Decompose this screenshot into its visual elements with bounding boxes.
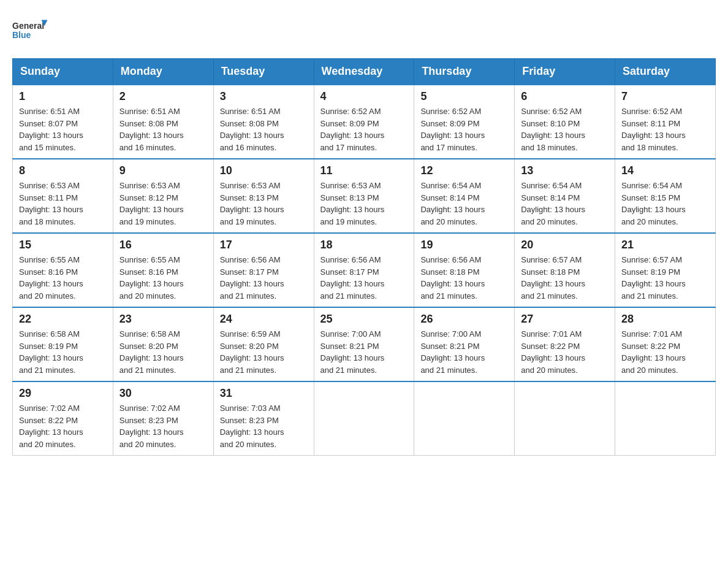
day-info: Sunrise: 6:51 AM Sunset: 8:07 PM Dayligh… [19, 105, 107, 153]
day-info: Sunrise: 6:52 AM Sunset: 8:09 PM Dayligh… [320, 105, 408, 153]
day-info: Sunrise: 7:02 AM Sunset: 8:22 PM Dayligh… [19, 402, 107, 450]
weekday-header-wednesday: Wednesday [314, 59, 414, 85]
day-info: Sunrise: 7:01 AM Sunset: 8:22 PM Dayligh… [621, 328, 709, 376]
calendar-cell: 19 Sunrise: 6:56 AM Sunset: 8:18 PM Dayl… [414, 233, 515, 307]
calendar-cell: 1 Sunrise: 6:51 AM Sunset: 8:07 PM Dayli… [13, 85, 113, 159]
day-number: 6 [521, 90, 609, 103]
day-number: 4 [320, 90, 408, 103]
day-info: Sunrise: 6:55 AM Sunset: 8:16 PM Dayligh… [119, 254, 207, 302]
calendar-cell: 13 Sunrise: 6:54 AM Sunset: 8:14 PM Dayl… [515, 159, 615, 233]
day-info: Sunrise: 6:52 AM Sunset: 8:10 PM Dayligh… [521, 105, 609, 153]
calendar-cell: 14 Sunrise: 6:54 AM Sunset: 8:15 PM Dayl… [615, 159, 716, 233]
day-info: Sunrise: 6:56 AM Sunset: 8:17 PM Dayligh… [220, 254, 308, 302]
day-number: 30 [119, 387, 207, 400]
weekday-header-friday: Friday [515, 59, 615, 85]
weekday-header-sunday: Sunday [13, 59, 113, 85]
calendar-cell: 2 Sunrise: 6:51 AM Sunset: 8:08 PM Dayli… [113, 85, 213, 159]
page-header: General Blue [12, 12, 716, 46]
calendar-week-3: 15 Sunrise: 6:55 AM Sunset: 8:16 PM Dayl… [13, 233, 716, 307]
day-number: 1 [19, 90, 107, 103]
calendar-cell: 8 Sunrise: 6:53 AM Sunset: 8:11 PM Dayli… [13, 159, 113, 233]
calendar-cell: 29 Sunrise: 7:02 AM Sunset: 8:22 PM Dayl… [13, 381, 113, 456]
day-info: Sunrise: 6:54 AM Sunset: 8:14 PM Dayligh… [521, 180, 609, 228]
day-number: 20 [521, 239, 609, 251]
calendar-cell: 3 Sunrise: 6:51 AM Sunset: 8:08 PM Dayli… [213, 85, 314, 159]
day-info: Sunrise: 6:57 AM Sunset: 8:18 PM Dayligh… [521, 254, 609, 302]
day-number: 26 [420, 313, 508, 326]
day-info: Sunrise: 7:00 AM Sunset: 8:21 PM Dayligh… [320, 328, 408, 376]
calendar-week-1: 1 Sunrise: 6:51 AM Sunset: 8:07 PM Dayli… [13, 85, 716, 159]
calendar-cell: 9 Sunrise: 6:53 AM Sunset: 8:12 PM Dayli… [113, 159, 213, 233]
day-number: 16 [119, 239, 207, 251]
logo-svg: General Blue [12, 12, 49, 46]
calendar-cell: 23 Sunrise: 6:58 AM Sunset: 8:20 PM Dayl… [113, 307, 213, 381]
calendar-cell: 12 Sunrise: 6:54 AM Sunset: 8:14 PM Dayl… [414, 159, 515, 233]
calendar-cell [314, 381, 414, 456]
day-info: Sunrise: 6:52 AM Sunset: 8:09 PM Dayligh… [420, 105, 508, 153]
day-info: Sunrise: 6:51 AM Sunset: 8:08 PM Dayligh… [220, 105, 308, 153]
day-number: 24 [220, 313, 308, 326]
day-number: 21 [621, 239, 709, 251]
day-info: Sunrise: 6:55 AM Sunset: 8:16 PM Dayligh… [19, 254, 107, 302]
calendar-cell: 26 Sunrise: 7:00 AM Sunset: 8:21 PM Dayl… [414, 307, 515, 381]
calendar-cell: 5 Sunrise: 6:52 AM Sunset: 8:09 PM Dayli… [414, 85, 515, 159]
day-number: 10 [220, 164, 308, 177]
day-info: Sunrise: 6:53 AM Sunset: 8:12 PM Dayligh… [119, 180, 207, 228]
day-info: Sunrise: 6:58 AM Sunset: 8:20 PM Dayligh… [119, 328, 207, 376]
calendar-cell [515, 381, 615, 456]
calendar-body: 1 Sunrise: 6:51 AM Sunset: 8:07 PM Dayli… [13, 85, 716, 456]
day-number: 25 [320, 313, 408, 326]
day-number: 13 [521, 164, 609, 177]
calendar-cell: 15 Sunrise: 6:55 AM Sunset: 8:16 PM Dayl… [13, 233, 113, 307]
weekday-header-thursday: Thursday [414, 59, 515, 85]
day-info: Sunrise: 7:02 AM Sunset: 8:23 PM Dayligh… [119, 402, 207, 450]
day-number: 5 [420, 90, 508, 103]
day-info: Sunrise: 7:01 AM Sunset: 8:22 PM Dayligh… [521, 328, 609, 376]
day-info: Sunrise: 6:57 AM Sunset: 8:19 PM Dayligh… [621, 254, 709, 302]
calendar-week-2: 8 Sunrise: 6:53 AM Sunset: 8:11 PM Dayli… [13, 159, 716, 233]
day-number: 23 [119, 313, 207, 326]
calendar-cell: 4 Sunrise: 6:52 AM Sunset: 8:09 PM Dayli… [314, 85, 414, 159]
calendar-cell: 31 Sunrise: 7:03 AM Sunset: 8:23 PM Dayl… [213, 381, 314, 456]
day-info: Sunrise: 6:56 AM Sunset: 8:17 PM Dayligh… [320, 254, 408, 302]
calendar-cell: 22 Sunrise: 6:58 AM Sunset: 8:19 PM Dayl… [13, 307, 113, 381]
calendar-cell: 30 Sunrise: 7:02 AM Sunset: 8:23 PM Dayl… [113, 381, 213, 456]
day-number: 29 [19, 387, 107, 400]
day-info: Sunrise: 7:00 AM Sunset: 8:21 PM Dayligh… [420, 328, 508, 376]
day-number: 17 [220, 239, 308, 251]
calendar-week-4: 22 Sunrise: 6:58 AM Sunset: 8:19 PM Dayl… [13, 307, 716, 381]
calendar-cell: 25 Sunrise: 7:00 AM Sunset: 8:21 PM Dayl… [314, 307, 414, 381]
weekday-header-monday: Monday [113, 59, 213, 85]
day-number: 22 [19, 313, 107, 326]
day-info: Sunrise: 6:58 AM Sunset: 8:19 PM Dayligh… [19, 328, 107, 376]
day-info: Sunrise: 6:53 AM Sunset: 8:13 PM Dayligh… [320, 180, 408, 228]
header-row: SundayMondayTuesdayWednesdayThursdayFrid… [13, 59, 716, 85]
calendar-cell [414, 381, 515, 456]
calendar-cell: 28 Sunrise: 7:01 AM Sunset: 8:22 PM Dayl… [615, 307, 716, 381]
day-number: 28 [621, 313, 709, 326]
calendar-cell: 11 Sunrise: 6:53 AM Sunset: 8:13 PM Dayl… [314, 159, 414, 233]
day-number: 11 [320, 164, 408, 177]
svg-text:General: General [12, 21, 44, 31]
day-info: Sunrise: 6:53 AM Sunset: 8:11 PM Dayligh… [19, 180, 107, 228]
day-info: Sunrise: 6:59 AM Sunset: 8:20 PM Dayligh… [220, 328, 308, 376]
calendar-week-5: 29 Sunrise: 7:02 AM Sunset: 8:22 PM Dayl… [13, 381, 716, 456]
day-number: 3 [220, 90, 308, 103]
weekday-header-saturday: Saturday [615, 59, 716, 85]
calendar-cell: 21 Sunrise: 6:57 AM Sunset: 8:19 PM Dayl… [615, 233, 716, 307]
day-number: 12 [420, 164, 508, 177]
calendar-table: SundayMondayTuesdayWednesdayThursdayFrid… [12, 58, 716, 456]
day-info: Sunrise: 6:52 AM Sunset: 8:11 PM Dayligh… [621, 105, 709, 153]
day-number: 15 [19, 239, 107, 251]
calendar-header: SundayMondayTuesdayWednesdayThursdayFrid… [13, 59, 716, 85]
day-number: 19 [420, 239, 508, 251]
logo: General Blue [12, 12, 49, 46]
calendar-cell: 20 Sunrise: 6:57 AM Sunset: 8:18 PM Dayl… [515, 233, 615, 307]
day-info: Sunrise: 6:54 AM Sunset: 8:15 PM Dayligh… [621, 180, 709, 228]
day-number: 31 [220, 387, 308, 400]
calendar-cell: 16 Sunrise: 6:55 AM Sunset: 8:16 PM Dayl… [113, 233, 213, 307]
weekday-header-tuesday: Tuesday [213, 59, 314, 85]
svg-text:Blue: Blue [12, 30, 31, 40]
calendar-cell [615, 381, 716, 456]
day-number: 18 [320, 239, 408, 251]
